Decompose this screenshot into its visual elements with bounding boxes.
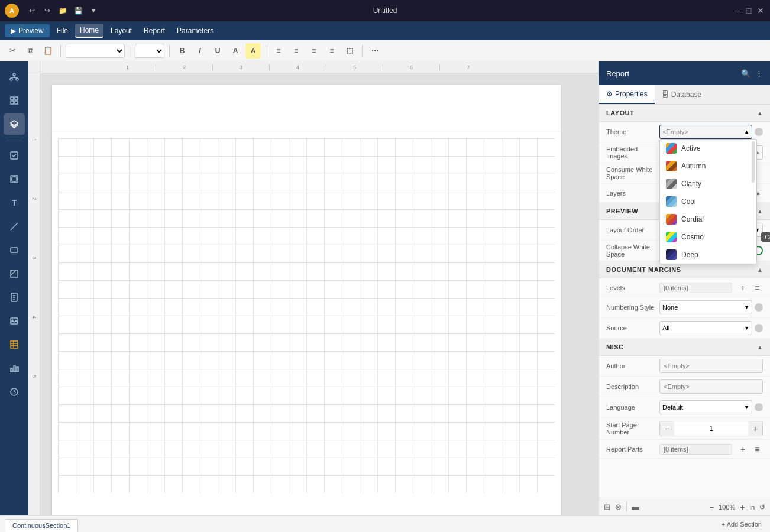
copy-btn[interactable]: ⧉ (22, 43, 38, 59)
bold-btn[interactable]: B (174, 43, 190, 59)
cut-btn[interactable]: ✂ (5, 43, 20, 59)
panel-body[interactable]: LAYOUT ▲ Theme <Empty> ▲ (599, 105, 770, 498)
start-page-value: − 1 + (659, 421, 763, 436)
svg-line-40 (14, 392, 16, 392)
theme-option-deep[interactable]: Deep (660, 246, 756, 264)
levels-more-icon[interactable]: ≡ (751, 282, 763, 294)
section-tab-continuous[interactable]: ContinuousSection1 (5, 519, 78, 533)
redo-btn[interactable]: ↪ (40, 4, 54, 18)
layout-section-header[interactable]: LAYOUT ▲ (599, 105, 770, 122)
panel-cursor-icon[interactable]: ⊗ (615, 502, 622, 511)
save-dropdown-btn[interactable]: ▾ (86, 4, 101, 18)
svg-point-0 (13, 73, 15, 76)
zoom-out-icon[interactable]: − (709, 502, 714, 512)
panel-sep-1 (626, 502, 627, 512)
theme-option-active[interactable]: Active (660, 140, 756, 157)
maximize-btn[interactable]: □ (744, 6, 753, 15)
align-left-btn[interactable]: ≡ (271, 43, 286, 59)
sidebar-icon-text-tool[interactable]: T (4, 192, 25, 213)
sidebar-icon-target[interactable] (4, 168, 25, 190)
language-select[interactable]: Default ▼ (659, 400, 752, 414)
author-input[interactable] (659, 359, 763, 373)
sidebar-icon-clock[interactable] (4, 381, 25, 403)
theme-option-cool[interactable]: Cool (660, 193, 756, 210)
paste-btn[interactable]: 📋 (40, 43, 56, 59)
start-page-val: 1 (674, 423, 748, 434)
sidebar-icon-image[interactable] (4, 310, 25, 332)
theme-option-cosmo[interactable]: Cosmo Cosmo (660, 228, 756, 246)
align-center-btn[interactable]: ≡ (289, 43, 304, 59)
report-parts-add-icon[interactable]: + (737, 443, 749, 455)
canvas-content[interactable] (40, 73, 598, 515)
panel-search-icon[interactable]: 🔍 (741, 69, 750, 78)
sidebar-icon-frame[interactable] (4, 263, 25, 284)
close-btn[interactable]: ✕ (756, 6, 765, 15)
panel-more-icon[interactable]: ⋮ (755, 69, 763, 78)
menu-home[interactable]: Home (75, 24, 103, 38)
more-btn[interactable]: ⋯ (367, 43, 383, 59)
report-parts-more-icon[interactable]: ≡ (751, 443, 763, 455)
underline-btn[interactable]: U (210, 43, 225, 59)
justify-btn[interactable]: ≡ (324, 43, 339, 59)
panel-bar-icon[interactable]: ▬ (632, 502, 639, 511)
start-page-decrement[interactable]: − (660, 421, 674, 436)
report-parts-actions: + ≡ (737, 443, 763, 455)
sidebar-icon-check[interactable] (4, 145, 25, 166)
panel-grid-icon[interactable]: ⊞ (604, 502, 610, 511)
sidebar-icon-table[interactable] (4, 334, 25, 355)
levels-add-icon[interactable]: + (737, 282, 749, 294)
numbering-style-select[interactable]: None ▼ (659, 300, 752, 314)
font-family-select[interactable] (66, 44, 125, 58)
start-page-stepper[interactable]: − 1 + (659, 421, 763, 436)
zoom-controls: − 100% + in ↺ (709, 502, 765, 512)
sidebar-icon-layers[interactable] (4, 113, 25, 135)
page-content[interactable] (52, 132, 561, 515)
sidebar-icon-line[interactable] (4, 216, 25, 237)
zoom-in-icon[interactable]: + (740, 502, 745, 512)
numbering-style-value: None ▼ (659, 300, 763, 314)
preview-button[interactable]: ▶ Preview (5, 24, 50, 37)
theme-option-cordial[interactable]: Cordial (660, 210, 756, 228)
text-format-btn[interactable]: ⬚ (342, 43, 357, 59)
sidebar-icon-org[interactable] (4, 66, 25, 87)
misc-section-header[interactable]: MISC ▲ (599, 339, 770, 356)
theme-option-clarity[interactable]: Clarity (660, 175, 756, 193)
canvas-area[interactable]: 1 2 3 4 5 6 7 1 2 3 4 5 (28, 61, 598, 515)
toolbar-sep-2 (130, 45, 130, 57)
save-btn[interactable]: 💾 (71, 4, 85, 18)
source-select[interactable]: All ▼ (659, 321, 752, 335)
italic-btn[interactable]: I (192, 43, 208, 59)
theme-option-autumn[interactable]: Autumn (660, 157, 756, 175)
bottom-bar: ContinuousSection1 + Add Section (0, 515, 770, 532)
page-grid[interactable] (58, 138, 555, 493)
sidebar-icon-rect[interactable] (4, 239, 25, 261)
undo-btn[interactable]: ↩ (25, 4, 39, 18)
menu-parameters[interactable]: Parameters (172, 24, 218, 37)
preview-label: Preview (18, 27, 44, 35)
panel-bottom-toolbar: ⊞ ⊗ ▬ − 100% + in ↺ (599, 498, 770, 515)
sidebar-icon-grid[interactable] (4, 90, 25, 111)
open-btn[interactable]: 📁 (56, 4, 70, 18)
highlight-btn[interactable]: A (245, 43, 261, 59)
tab-database[interactable]: 🗄 Database (655, 85, 708, 104)
sidebar-icon-chart[interactable] (4, 358, 25, 379)
tab-properties[interactable]: ⚙ Properties (599, 85, 655, 104)
zoom-reset-icon[interactable]: ↺ (759, 503, 765, 511)
menu-layout[interactable]: Layout (106, 24, 137, 37)
menu-file[interactable]: File (52, 24, 73, 37)
font-color-btn[interactable]: A (228, 43, 243, 59)
description-input[interactable] (659, 379, 763, 394)
menu-report[interactable]: Report (139, 24, 170, 37)
start-page-increment[interactable]: + (748, 421, 762, 436)
numbering-style-row: Numbering Style None ▼ (599, 297, 770, 318)
clarity-swatch (666, 179, 677, 189)
sidebar-icon-page[interactable] (4, 287, 25, 308)
dropdown-scrollbar[interactable] (752, 141, 755, 183)
add-section-button[interactable]: + Add Section (718, 520, 765, 529)
minimize-btn[interactable]: ─ (732, 6, 742, 15)
theme-select[interactable]: <Empty> ▲ (659, 125, 752, 139)
preview-section-title: PREVIEW (606, 207, 638, 215)
svg-point-2 (16, 78, 18, 80)
align-right-btn[interactable]: ≡ (306, 43, 322, 59)
font-size-select[interactable] (135, 44, 164, 58)
